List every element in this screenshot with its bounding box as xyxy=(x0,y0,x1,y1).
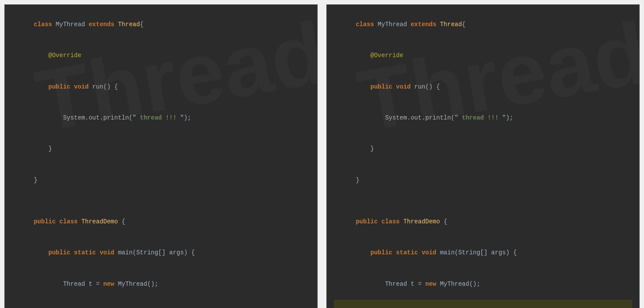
rcode-blank xyxy=(334,196,632,206)
rbrace2: { xyxy=(444,218,447,225)
class-threaddemo: ThreadDemo xyxy=(81,218,122,225)
close-mythread: } xyxy=(34,177,37,184)
keyword-public2: public xyxy=(34,218,59,225)
rsysout-start: System.out.println(" xyxy=(356,114,462,121)
rkeyword-void2: void xyxy=(422,249,440,256)
code-line-4: System.out.println(" thread !!! "); xyxy=(12,103,310,133)
mythread-new: MyThread(); xyxy=(118,281,158,287)
rsysout-end: "); xyxy=(498,114,513,121)
rindent xyxy=(356,83,370,90)
right-panel: class MyThread extends Thread{ @Override… xyxy=(326,4,640,308)
rcode-line-2: @Override xyxy=(334,40,632,71)
right-code-area: class MyThread extends Thread{ @Override… xyxy=(327,5,639,308)
rcode-line-7: public class ThreadDemo { xyxy=(334,206,632,237)
method-main: main(String[] args) { xyxy=(118,249,195,256)
rannotation-override: @Override xyxy=(356,52,403,59)
keyword-public: public xyxy=(48,83,74,90)
rkeyword-static: static xyxy=(396,249,422,256)
rkeyword-public2: public xyxy=(356,218,381,225)
brace-open: { xyxy=(140,21,143,28)
string-thread: thread !!! xyxy=(140,114,176,121)
indent xyxy=(34,83,48,90)
left-code-area: class MyThread extends Thread{ @Override… xyxy=(5,5,317,308)
rkeyword-public: public xyxy=(370,83,396,90)
rcode-line-10: t.run(); xyxy=(334,300,632,308)
code-line-5: } xyxy=(12,134,310,165)
rbrace-open: { xyxy=(462,21,465,28)
annotation-override: @Override xyxy=(34,52,81,59)
rkeyword-extends: extends xyxy=(410,21,440,28)
keyword-class: class xyxy=(34,21,55,28)
rmythread-new: MyThread(); xyxy=(440,281,480,287)
code-line-3: public void run() { xyxy=(12,72,310,103)
rclose-mythread: } xyxy=(356,177,359,184)
rcode-line-9: Thread t = new MyThread(); xyxy=(334,269,632,300)
rcode-line-3: public void run() { xyxy=(334,72,632,103)
code-line-9: Thread t = new MyThread(); xyxy=(12,269,310,300)
rcode-line-8: public static void main(String[] args) { xyxy=(334,238,632,269)
left-panel: class MyThread extends Thread{ @Override… xyxy=(4,4,318,308)
keyword-new: new xyxy=(103,281,118,287)
rmethod-main: main(String[] args) { xyxy=(440,249,517,256)
rmethod-run: run() { xyxy=(414,83,440,90)
keyword-void2: void xyxy=(100,249,118,256)
rcode-line-5: } xyxy=(334,134,632,165)
close-run: } xyxy=(34,145,52,152)
sysout-end: "); xyxy=(176,114,191,121)
rindent2 xyxy=(356,249,370,256)
code-line-8: public static void main(String[] args) { xyxy=(12,238,310,269)
code-line-6: } xyxy=(12,165,310,196)
rcode-line-4: System.out.println(" thread !!! "); xyxy=(334,103,632,133)
code-line-7: public class ThreadDemo { xyxy=(12,206,310,237)
rcode-line-1: class MyThread extends Thread{ xyxy=(334,9,632,40)
thread-decl: Thread t = xyxy=(34,281,103,287)
rkeyword-class: class xyxy=(356,21,377,28)
code-line-1: class MyThread extends Thread{ xyxy=(12,9,310,40)
keyword-public3: public xyxy=(48,249,74,256)
rclass-threaddemo: ThreadDemo xyxy=(403,218,444,225)
keyword-static: static xyxy=(74,249,100,256)
rkeyword-class2: class xyxy=(381,218,403,225)
sysout-start: System.out.println(" xyxy=(34,114,140,121)
rclass-name-mythread: MyThread xyxy=(378,21,411,28)
method-run: run() { xyxy=(92,83,118,90)
rclass-thread: Thread xyxy=(440,21,462,28)
rcode-line-6: } xyxy=(334,165,632,196)
keyword-extends: extends xyxy=(88,21,118,28)
code-line-2: @Override xyxy=(12,40,310,71)
rkeyword-void: void xyxy=(396,83,414,90)
rstring-thread: thread !!! xyxy=(462,114,498,121)
keyword-void: void xyxy=(74,83,92,90)
rthread-decl: Thread t = xyxy=(356,281,425,287)
rclose-run: } xyxy=(356,145,374,152)
rkeyword-public3: public xyxy=(370,249,396,256)
class-name-mythread: MyThread xyxy=(56,21,89,28)
code-line-blank xyxy=(12,196,310,206)
code-line-10: t.start(); xyxy=(12,300,310,308)
indent2 xyxy=(34,249,48,256)
class-thread: Thread xyxy=(118,21,140,28)
brace2: { xyxy=(122,218,125,225)
keyword-class2: class xyxy=(59,218,81,225)
rkeyword-new: new xyxy=(425,281,440,287)
